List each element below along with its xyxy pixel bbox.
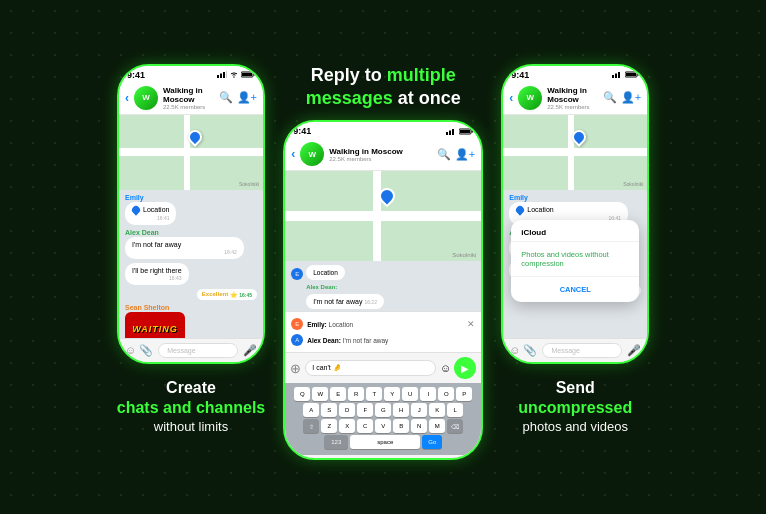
key-x[interactable]: X [339, 419, 355, 433]
icloud-option[interactable]: Photos and videos without compression [511, 242, 639, 277]
keyboard: Q W E R T Y U I O P A S D [285, 383, 481, 455]
emoji-icon[interactable]: ☺ [125, 344, 136, 357]
center-phone: 9:41 ‹ W Walking in Moscow 22.5K members [283, 120, 483, 460]
right-chat-header: ‹ W Walking in Moscow 22.5K members 🔍 👤+ [503, 82, 647, 115]
key-e[interactable]: E [330, 387, 346, 401]
r-message-input[interactable]: Message [542, 343, 622, 358]
c-location-row: E Location [291, 265, 475, 280]
left-input-bar: ☺ 📎 Message 🎤 [119, 338, 263, 362]
c-add-icon[interactable]: 👤+ [455, 148, 475, 161]
channel-members: 22.5K members [163, 104, 214, 110]
kb-row-3: ⇧ Z X C V B N M ⌫ [287, 419, 479, 433]
left-caption-highlight-line: chats and channels [117, 398, 266, 419]
channel-avatar: W [134, 86, 158, 110]
c-alex-label: Alex Dean: [306, 284, 475, 290]
key-l[interactable]: L [447, 403, 463, 417]
svg-rect-17 [626, 73, 636, 76]
alex-label: Alex Dean [125, 229, 257, 236]
r-mic-icon[interactable]: 🎤 [627, 344, 641, 357]
key-y[interactable]: Y [384, 387, 400, 401]
input-left-icons: ☺ 📎 [125, 344, 153, 357]
center-caption-area: Reply to multiple messages at once [306, 64, 461, 111]
left-phone: 9:41 ‹ W Walking in Moscow 22.5K members [117, 64, 265, 364]
kb-row-1: Q W E R T Y U I O P [287, 387, 479, 401]
key-a[interactable]: A [303, 403, 319, 417]
message-input-placeholder[interactable]: Message [158, 343, 238, 358]
attach-icon[interactable]: 📎 [139, 344, 153, 357]
key-t[interactable]: T [366, 387, 382, 401]
key-q[interactable]: Q [294, 387, 310, 401]
sean-label: Sean Shelton [125, 304, 257, 311]
r-channel-name: Walking in Moscow [547, 86, 598, 104]
key-p[interactable]: P [456, 387, 472, 401]
reply-alex-avatar: A [291, 334, 303, 346]
key-b[interactable]: B [393, 419, 409, 433]
center-panel: Reply to multiple messages at once 9:41 … [283, 64, 483, 461]
map-bg: Sokolniki [119, 115, 263, 190]
key-z[interactable]: Z [321, 419, 337, 433]
key-j[interactable]: J [411, 403, 427, 417]
key-m[interactable]: M [429, 419, 445, 433]
c-search-icon[interactable]: 🔍 [437, 148, 451, 161]
right-map: Sokolniki [503, 115, 647, 190]
key-w[interactable]: W [312, 387, 328, 401]
icloud-cancel-btn[interactable]: CANCEL [511, 277, 639, 302]
key-shift[interactable]: ⇧ [303, 419, 319, 433]
messages-area: Emily Location 16:41 [119, 190, 263, 338]
close-icon[interactable]: ✕ [467, 319, 475, 329]
key-g[interactable]: G [375, 403, 391, 417]
c-back-arrow[interactable]: ‹ [291, 147, 295, 161]
key-s[interactable]: S [321, 403, 337, 417]
svg-rect-6 [254, 74, 256, 76]
location-bubble: Location 16:41 [125, 202, 176, 225]
key-v[interactable]: V [375, 419, 391, 433]
key-i[interactable]: I [420, 387, 436, 401]
right-status-bar: 9:41 [503, 66, 647, 82]
key-backspace[interactable]: ⌫ [447, 419, 463, 433]
left-status-icons [217, 71, 255, 78]
r-emoji-icon[interactable]: ☺ [509, 344, 520, 357]
right-caption-sub: photos and videos [518, 419, 632, 434]
r-back-arrow[interactable]: ‹ [509, 91, 513, 105]
c-plus-icon[interactable]: ⊕ [290, 361, 301, 376]
center-map: Sokolniki [285, 171, 481, 261]
svg-rect-8 [449, 130, 451, 135]
r-map-bg: Sokolniki [503, 115, 647, 190]
r-search-icon[interactable]: 🔍 [603, 91, 617, 104]
r-attach-icon[interactable]: 📎 [523, 344, 537, 357]
svg-rect-14 [615, 74, 617, 79]
reply-alex-row: A Alex Dean: I'm not far away [291, 332, 475, 348]
key-n[interactable]: N [411, 419, 427, 433]
key-d[interactable]: D [339, 403, 355, 417]
back-arrow-icon[interactable]: ‹ [125, 91, 129, 105]
key-c[interactable]: C [357, 419, 373, 433]
add-icon[interactable]: 👤+ [237, 91, 257, 104]
center-status-icons [446, 128, 473, 135]
key-123[interactable]: 123 [324, 435, 348, 449]
key-o[interactable]: O [438, 387, 454, 401]
r-input-icons: ☺ 📎 [509, 344, 537, 357]
c-emoji-icon[interactable]: ☺ [440, 362, 451, 374]
battery-icon [241, 71, 255, 78]
msg2-time: 16:43 [132, 275, 182, 281]
key-u[interactable]: U [402, 387, 418, 401]
reply-alex-content: Alex Dean: I'm not far away [307, 337, 388, 344]
key-f[interactable]: F [357, 403, 373, 417]
c-channel-name: Walking in Moscow [329, 147, 432, 156]
kb-row-4: 123 space Go [287, 435, 479, 449]
mic-icon[interactable]: 🎤 [243, 344, 257, 357]
c-send-btn[interactable]: ▶ [454, 357, 476, 379]
waiting-sticker: WAITING [125, 312, 185, 338]
key-r[interactable]: R [348, 387, 364, 401]
search-icon[interactable]: 🔍 [219, 91, 233, 104]
c-input-field[interactable]: I can't 🤌 [305, 360, 436, 376]
map-container: Sokolniki [119, 115, 263, 190]
c-signal-icon [446, 128, 456, 135]
key-space[interactable]: space [350, 435, 420, 449]
r-add-icon[interactable]: 👤+ [621, 91, 641, 104]
key-k[interactable]: K [429, 403, 445, 417]
channel-info: Walking in Moscow 22.5K members [163, 86, 214, 110]
key-go[interactable]: Go [422, 435, 442, 449]
right-input-bar: ☺ 📎 Message 🎤 [503, 338, 647, 362]
key-h[interactable]: H [393, 403, 409, 417]
